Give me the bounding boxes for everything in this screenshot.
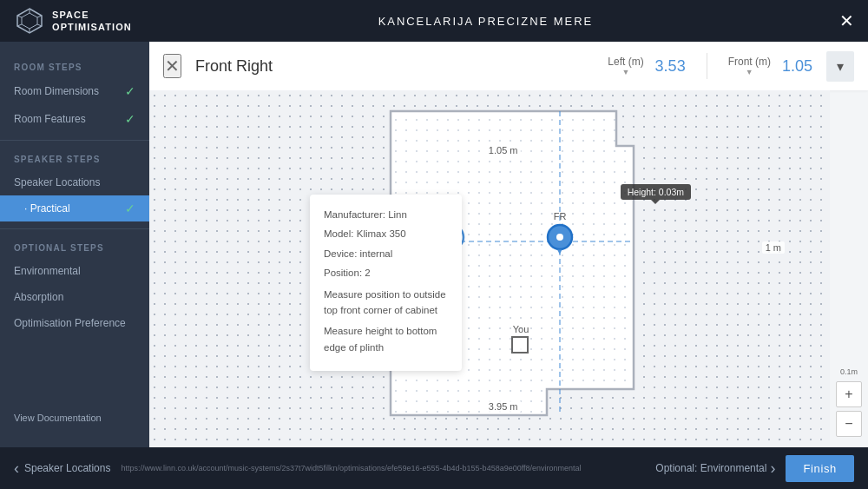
logo-icon bbox=[14, 5, 45, 36]
header-close-button[interactable]: ✕ bbox=[839, 10, 854, 31]
app-header: SPACE OPTIMISATION KANCELARIJA PRECIZNE … bbox=[0, 0, 868, 42]
info-popup: Manufacturer: Linn Model: Klimax 350 Dev… bbox=[310, 195, 462, 371]
optional-arrow-icon: › bbox=[770, 459, 775, 478]
zoom-label: 0.1m bbox=[840, 367, 858, 376]
sidebar-item-room-dimensions[interactable]: Room Dimensions ✓ bbox=[0, 77, 149, 105]
room-features-check-icon: ✓ bbox=[125, 112, 135, 126]
footer-back-button[interactable]: ‹ Speaker Locations bbox=[14, 459, 110, 478]
app-container: SPACE OPTIMISATION KANCELARIJA PRECIZNE … bbox=[0, 0, 868, 489]
zoom-out-button[interactable]: − bbox=[836, 411, 862, 437]
sub-header: ✕ Front Right Left (m) ▼ 3.53 Front (m) … bbox=[149, 42, 868, 90]
room-dimensions-check-icon: ✓ bbox=[125, 84, 135, 98]
speaker-steps-label: SPEAKER STEPS bbox=[0, 148, 149, 169]
dim-bottom: 3.95 m bbox=[485, 400, 522, 413]
svg-marker-1 bbox=[22, 13, 37, 29]
back-label: Speaker Locations bbox=[24, 462, 110, 474]
practical-check-icon: ✓ bbox=[125, 202, 135, 215]
expand-button[interactable]: ▾ bbox=[826, 51, 854, 82]
left-coord-value: 3.53 bbox=[651, 57, 686, 76]
left-coord-label: Left (m) ▼ bbox=[608, 56, 643, 76]
left-coord-group: Left (m) ▼ 3.53 bbox=[608, 56, 685, 76]
back-arrow-icon: ‹ bbox=[14, 459, 19, 478]
sidebar-item-practical[interactable]: · Practical ✓ bbox=[0, 195, 149, 221]
svg-point-17 bbox=[556, 234, 563, 241]
room-dimensions-label: Room Dimensions bbox=[14, 85, 99, 97]
speaker-locations-label: Speaker Locations bbox=[14, 176, 100, 188]
sidebar: ROOM STEPS Room Dimensions ✓ Room Featur… bbox=[0, 42, 149, 447]
sidebar-item-absorption[interactable]: Absorption bbox=[0, 284, 149, 310]
info-model: Model: Klimax 350 bbox=[324, 226, 448, 241]
environmental-label: Environmental bbox=[14, 265, 81, 277]
svg-text:FR: FR bbox=[553, 211, 566, 221]
info-manufacturer: Manufacturer: Linn bbox=[324, 207, 448, 222]
info-measure-pos: Measure position to outside top front co… bbox=[324, 287, 448, 319]
sidebar-divider-1 bbox=[0, 140, 149, 141]
height-tooltip: Height: 0.03m bbox=[621, 184, 691, 200]
sidebar-item-speaker-locations[interactable]: Speaker Locations bbox=[0, 169, 149, 195]
optional-label: Optional: Environmental bbox=[655, 462, 766, 474]
footer-url: https://www.linn.co.uk/account/music-sys… bbox=[121, 464, 645, 472]
optimisation-label: Optimisation Preference bbox=[14, 317, 126, 329]
room-canvas: FL ▾ FR ▾ You bbox=[149, 90, 830, 447]
dim-right: 1 m bbox=[762, 241, 785, 254]
info-device: Device: internal bbox=[324, 246, 448, 261]
sidebar-item-room-features[interactable]: Room Features ✓ bbox=[0, 105, 149, 133]
room-features-label: Room Features bbox=[14, 113, 86, 125]
finish-button[interactable]: Finish bbox=[786, 455, 854, 482]
sidebar-bottom: View Documentation bbox=[0, 402, 149, 433]
dim-top: 1.05 m bbox=[485, 144, 522, 156]
main-panel: ✕ Front Right Left (m) ▼ 3.53 Front (m) … bbox=[149, 42, 868, 447]
svg-text:You: You bbox=[512, 324, 529, 334]
sidebar-item-optimisation[interactable]: Optimisation Preference bbox=[0, 310, 149, 336]
front-coord-label: Front (m) ▼ bbox=[728, 56, 771, 76]
info-measure-height: Measure height to bottom edge of plinth bbox=[324, 323, 448, 355]
zoom-in-button[interactable]: + bbox=[836, 381, 862, 407]
main-content: ROOM STEPS Room Dimensions ✓ Room Featur… bbox=[0, 42, 868, 447]
footer-optional[interactable]: Optional: Environmental › bbox=[655, 459, 775, 478]
info-position: Position: 2 bbox=[324, 265, 448, 281]
svg-text:▾: ▾ bbox=[557, 246, 562, 256]
view-documentation-link[interactable]: View Documentation bbox=[14, 413, 135, 423]
right-toolbar: 0.1m + − bbox=[830, 90, 868, 447]
practical-label: · Practical bbox=[24, 202, 70, 215]
header-title: KANCELARIJA PRECIZNE MERE bbox=[378, 15, 593, 28]
sidebar-item-environmental[interactable]: Environmental bbox=[0, 258, 149, 284]
canvas-area: FL ▾ FR ▾ You bbox=[149, 90, 868, 447]
front-coord-group: Front (m) ▼ 1.05 bbox=[728, 56, 812, 76]
coord-separator bbox=[707, 53, 707, 79]
svg-rect-20 bbox=[512, 337, 528, 353]
logo: SPACE OPTIMISATION bbox=[14, 5, 132, 36]
sub-header-close-button[interactable]: ✕ bbox=[163, 54, 181, 78]
optional-steps-label: OPTIONAL STEPS bbox=[0, 236, 149, 258]
footer: ‹ Speaker Locations https://www.linn.co.… bbox=[0, 447, 868, 489]
logo-text: SPACE OPTIMISATION bbox=[52, 9, 132, 34]
sidebar-divider-2 bbox=[0, 228, 149, 229]
front-coord-value: 1.05 bbox=[778, 57, 812, 76]
absorption-label: Absorption bbox=[14, 291, 63, 303]
sub-header-title: Front Right bbox=[195, 57, 594, 76]
room-steps-label: ROOM STEPS bbox=[0, 56, 149, 77]
